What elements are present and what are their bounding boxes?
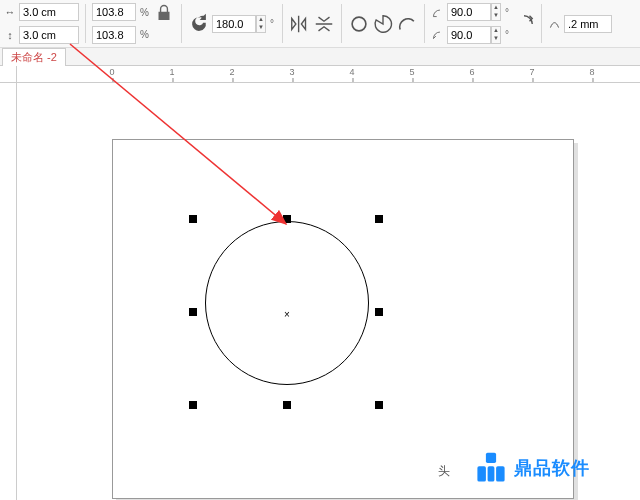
handle-se[interactable] [375, 401, 383, 409]
document-tabbar: 未命名 -2 [0, 48, 640, 66]
pie-button[interactable] [372, 13, 394, 35]
svg-rect-2 [486, 453, 496, 463]
watermark-text: 鼎品软件 [514, 456, 590, 480]
end-angle-input[interactable] [447, 26, 491, 44]
start-angle-input[interactable] [447, 3, 491, 21]
svg-point-0 [352, 17, 366, 31]
svg-rect-4 [488, 466, 495, 481]
scale-y-input[interactable] [92, 26, 136, 44]
ellipse-button[interactable] [348, 13, 370, 35]
end-angle-icon [431, 28, 445, 42]
handle-n[interactable] [283, 215, 291, 223]
rotate-button[interactable] [188, 13, 210, 35]
outline-width-icon [548, 17, 562, 31]
outline-width-input[interactable] [564, 15, 612, 33]
mirror-h-button[interactable] [289, 13, 311, 35]
handle-s[interactable] [283, 401, 291, 409]
svg-rect-3 [477, 466, 486, 481]
width-input[interactable] [19, 3, 79, 21]
rotation-spinner[interactable]: ▲▼ [256, 15, 266, 33]
pct-label: % [138, 7, 151, 18]
width-icon: ↔ [3, 5, 17, 19]
lock-ratio-button[interactable] [153, 2, 175, 24]
selected-ellipse[interactable] [205, 221, 369, 385]
property-toolbar: ↔ ↕ % % ▲▼ ° [0, 0, 640, 48]
object-center: × [284, 309, 290, 320]
ruler-horizontal[interactable]: 0 1 2 3 4 5 6 7 8 [17, 66, 640, 83]
direction-button[interactable] [513, 13, 535, 35]
handle-w[interactable] [189, 308, 197, 316]
angle2-spinner[interactable]: ▲▼ [491, 26, 501, 44]
mirror-v-button[interactable] [313, 13, 335, 35]
handle-e[interactable] [375, 308, 383, 316]
canvas[interactable]: × [17, 83, 640, 500]
handle-sw[interactable] [189, 401, 197, 409]
watermark-logo-icon [474, 451, 508, 485]
deg-label: ° [268, 18, 276, 29]
arc-button[interactable] [396, 13, 418, 35]
svg-rect-5 [496, 466, 505, 481]
watermark: 鼎品软件 [474, 451, 590, 485]
angle1-spinner[interactable]: ▲▼ [491, 3, 501, 21]
ruler-corner [0, 66, 17, 83]
height-icon: ↕ [3, 28, 17, 42]
height-input[interactable] [19, 26, 79, 44]
handle-nw[interactable] [189, 215, 197, 223]
pct-label: % [138, 29, 151, 40]
rotation-input[interactable] [212, 15, 256, 33]
start-angle-icon [431, 5, 445, 19]
ruler-vertical[interactable] [0, 83, 17, 500]
watermark-small: 头 [438, 463, 450, 480]
scale-x-input[interactable] [92, 3, 136, 21]
handle-ne[interactable] [375, 215, 383, 223]
document-tab[interactable]: 未命名 -2 [2, 48, 66, 66]
